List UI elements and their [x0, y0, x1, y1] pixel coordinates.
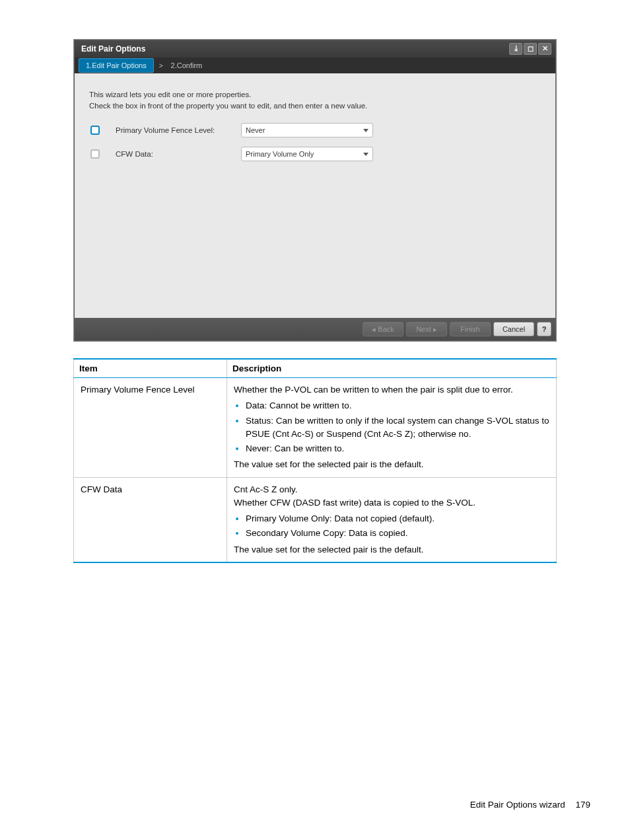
minimize-to-tray-icon[interactable]: ⤓	[509, 43, 522, 55]
next-button[interactable]: Next ▸	[406, 322, 447, 336]
maximize-icon[interactable]: ◻	[524, 43, 537, 55]
dialog-footer: ◂ Back Next ▸ Finish Cancel ?	[75, 318, 555, 340]
cell-item-fence: Primary Volume Fence Level	[74, 378, 227, 478]
help-button[interactable]: ?	[537, 322, 551, 336]
cell-desc-fence: Whether the P-VOL can be written to when…	[227, 378, 557, 478]
back-button[interactable]: ◂ Back	[363, 322, 403, 336]
close-icon[interactable]: ✕	[538, 43, 551, 55]
checkbox-fence-level[interactable]	[90, 126, 100, 135]
chevron-down-icon	[363, 129, 368, 132]
label-fence-level: Primary Volume Fence Level:	[116, 126, 241, 134]
page-footer: Edit Pair Options wizard 179	[470, 800, 590, 810]
row-cfw-data: CFW Data: Primary Volume Only	[89, 147, 541, 161]
intro-line-2: Check the box in front of the property y…	[89, 100, 541, 112]
page-footer-text: Edit Pair Options wizard	[470, 800, 565, 810]
edit-pair-options-dialog: Edit Pair Options ⤓ ◻ ✕ 1.Edit Pair Opti…	[74, 40, 556, 341]
cell-desc-cfw: Cnt Ac-S Z only. Whether CFW (DASD fast …	[227, 477, 557, 562]
page-number: 179	[575, 800, 590, 810]
intro-text: This wizard lets you edit one or more pr…	[89, 89, 541, 111]
finish-button[interactable]: Finish	[450, 322, 491, 336]
window-controls: ⤓ ◻ ✕	[509, 43, 551, 55]
select-fence-level-value: Never	[246, 126, 265, 134]
dialog-body: This wizard lets you edit one or more pr…	[75, 73, 555, 318]
label-cfw-data: CFW Data:	[116, 150, 241, 158]
description-table: Item Description Primary Volume Fence Le…	[73, 358, 557, 563]
table-row: Primary Volume Fence Level Whether the P…	[74, 378, 557, 478]
dialog-titlebar: Edit Pair Options ⤓ ◻ ✕	[75, 40, 555, 57]
select-cfw-data-value: Primary Volume Only	[246, 150, 314, 158]
select-fence-level[interactable]: Never	[241, 123, 373, 137]
checkbox-cfw-data[interactable]	[90, 149, 100, 159]
step-1-edit-pair-options[interactable]: 1.Edit Pair Options	[79, 58, 154, 73]
wizard-steps: 1.Edit Pair Options > 2.Confirm	[75, 57, 555, 73]
header-description: Description	[227, 359, 557, 378]
cancel-button[interactable]: Cancel	[493, 322, 534, 336]
cell-item-cfw: CFW Data	[74, 477, 227, 562]
step-2-confirm: 2.Confirm	[168, 59, 205, 72]
table-row: CFW Data Cnt Ac-S Z only. Whether CFW (D…	[74, 477, 557, 562]
step-separator: >	[154, 62, 168, 69]
header-item: Item	[74, 359, 227, 378]
intro-line-1: This wizard lets you edit one or more pr…	[89, 89, 541, 100]
row-primary-volume-fence-level: Primary Volume Fence Level: Never	[89, 123, 541, 137]
dialog-title: Edit Pair Options	[81, 44, 509, 54]
select-cfw-data[interactable]: Primary Volume Only	[241, 147, 373, 161]
chevron-down-icon	[363, 153, 368, 156]
